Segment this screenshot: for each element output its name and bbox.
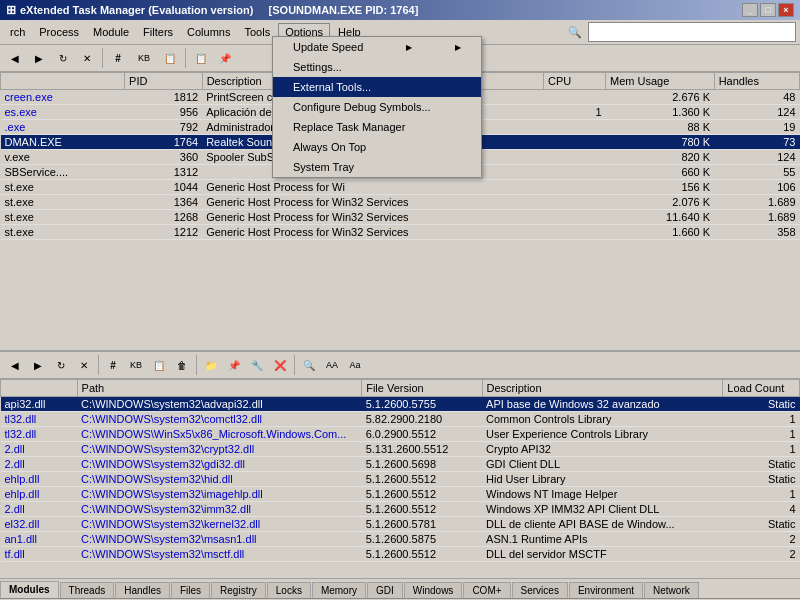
menu-tools[interactable]: Tools [238, 24, 276, 40]
toolbar-back-btn[interactable]: ◀ [4, 47, 26, 69]
table-row[interactable]: api32.dll C:\WINDOWS\system32\advapi32.d… [1, 397, 800, 412]
bottom-tb-btn5[interactable]: 📋 [148, 354, 170, 376]
tab-registry[interactable]: Registry [211, 582, 266, 598]
menu-item-settings[interactable]: Settings... [273, 57, 481, 77]
module-desc: DLL de cliente API BASE de Window... [482, 517, 723, 532]
tab-environment[interactable]: Environment [569, 582, 643, 598]
menu-module[interactable]: Module [87, 24, 135, 40]
process-mem: 88 K [606, 120, 715, 135]
tab-threads[interactable]: Threads [60, 582, 115, 598]
process-mem: 660 K [606, 165, 715, 180]
process-handles: 358 [714, 225, 799, 240]
maximize-button[interactable]: □ [760, 3, 776, 17]
process-mem: 780 K [606, 135, 715, 150]
toolbar-btn3[interactable]: 📋 [159, 47, 181, 69]
tab-services[interactable]: Services [512, 582, 568, 598]
bottom-tb-search[interactable]: 🔍 [298, 354, 320, 376]
menu-filters[interactable]: Filters [137, 24, 179, 40]
tab-memory[interactable]: Memory [312, 582, 366, 598]
table-row[interactable]: tl32.dll C:\WINDOWS\system32\comctl32.dl… [1, 412, 800, 427]
options-dropdown-menu[interactable]: Update Speed▶Settings...External Tools..… [272, 36, 482, 178]
col-module-path[interactable]: Path [77, 380, 362, 397]
bottom-tb-btn1[interactable]: ◀ [4, 354, 26, 376]
table-row[interactable]: el32.dll C:\WINDOWS\system32\kernel32.dl… [1, 517, 800, 532]
table-row[interactable]: tl32.dll C:\WINDOWS\WinSx5\x86_Microsoft… [1, 427, 800, 442]
bottom-tb-btn7[interactable]: 📁 [200, 354, 222, 376]
module-name: 2.dll [1, 502, 78, 517]
table-row[interactable]: st.exe 1044 Generic Host Process for Wi … [1, 180, 800, 195]
table-row[interactable]: 2.dll C:\WINDOWS\system32\imm32.dll 5.1.… [1, 502, 800, 517]
tab-windows[interactable]: Windows [404, 582, 463, 598]
toolbar-stop-btn[interactable]: ✕ [76, 47, 98, 69]
module-version: 5.1.2600.5698 [362, 457, 482, 472]
bottom-tb-btn3[interactable]: ↻ [50, 354, 72, 376]
table-row[interactable]: 2.dll C:\WINDOWS\system32\gdi32.dll 5.1.… [1, 457, 800, 472]
menu-columns[interactable]: Columns [181, 24, 236, 40]
col-module-name[interactable] [1, 380, 78, 397]
menu-item-update-speed[interactable]: Update Speed▶ [273, 37, 481, 57]
tab-gdi[interactable]: GDI [367, 582, 403, 598]
toolbar-kb-btn[interactable]: KB [131, 47, 157, 69]
bottom-tb-btn6[interactable]: 🗑 [171, 354, 193, 376]
tab-locks[interactable]: Locks [267, 582, 311, 598]
bottom-tb-btn8[interactable]: 📌 [223, 354, 245, 376]
bottom-tb-btn2[interactable]: ▶ [27, 354, 49, 376]
bottom-tb-hash[interactable]: # [102, 354, 124, 376]
bottom-tb-btn4[interactable]: ✕ [73, 354, 95, 376]
search-input[interactable] [588, 22, 796, 42]
toolbar-paste-btn[interactable]: 📌 [214, 47, 236, 69]
close-button[interactable]: × [778, 3, 794, 17]
table-row[interactable]: ehlp.dll C:\WINDOWS\system32\imagehlp.dl… [1, 487, 800, 502]
col-header-mem[interactable]: Mem Usage [606, 73, 715, 90]
process-pid: 360 [125, 150, 203, 165]
col-header-handles[interactable]: Handles [714, 73, 799, 90]
toolbar-forward-btn[interactable]: ▶ [28, 47, 50, 69]
table-row[interactable]: st.exe 1268 Generic Host Process for Win… [1, 210, 800, 225]
tab-files[interactable]: Files [171, 582, 210, 598]
toolbar-refresh-btn[interactable]: ↻ [52, 47, 74, 69]
col-header-cpu[interactable]: CPU [543, 73, 605, 90]
table-row[interactable]: an1.dll C:\WINDOWS\system32\msasn1.dll 5… [1, 532, 800, 547]
tab-com-plus[interactable]: COM+ [463, 582, 510, 598]
module-desc: ASN.1 Runtime APIs [482, 532, 723, 547]
process-pid: 1364 [125, 195, 203, 210]
bottom-tb-aa[interactable]: AA [321, 354, 343, 376]
col-module-desc[interactable]: Description [482, 380, 723, 397]
menu-item-external-tools[interactable]: External Tools... [273, 77, 481, 97]
menu-item-configure-debug[interactable]: Configure Debug Symbols... [273, 97, 481, 117]
table-row[interactable]: st.exe 1212 Generic Host Process for Win… [1, 225, 800, 240]
table-row[interactable]: ehlp.dll C:\WINDOWS\system32\hid.dll 5.1… [1, 472, 800, 487]
menu-item-always-on-top[interactable]: Always On Top [273, 137, 481, 157]
col-module-version[interactable]: File Version [362, 380, 482, 397]
minimize-button[interactable]: _ [742, 3, 758, 17]
bottom-tb-aa2[interactable]: Aa [344, 354, 366, 376]
menu-process[interactable]: Process [33, 24, 85, 40]
tab-handles[interactable]: Handles [115, 582, 170, 598]
process-pid: 1044 [125, 180, 203, 195]
toolbar-hash-btn[interactable]: # [107, 47, 129, 69]
menu-rch[interactable]: rch [4, 24, 31, 40]
tab-modules[interactable]: Modules [0, 581, 59, 598]
process-desc: Generic Host Process for Win32 Services [202, 225, 543, 240]
menu-item-system-tray[interactable]: System Tray [273, 157, 481, 177]
process-cpu [543, 150, 605, 165]
module-load: 1 [723, 487, 800, 502]
process-mem: 11.640 K [606, 210, 715, 225]
col-header-name[interactable] [1, 73, 125, 90]
table-row[interactable]: st.exe 1364 Generic Host Process for Win… [1, 195, 800, 210]
toolbar-copy-btn[interactable]: 📋 [190, 47, 212, 69]
sep2 [185, 48, 186, 68]
col-module-load[interactable]: Load Count [723, 380, 800, 397]
tab-network[interactable]: Network [644, 582, 699, 598]
bottom-tb-btn9[interactable]: 🔧 [246, 354, 268, 376]
table-row[interactable]: 2.dll C:\WINDOWS\system32\crypt32.dll 5.… [1, 442, 800, 457]
bottom-tb-kb[interactable]: KB [125, 354, 147, 376]
process-name: DMAN.EXE [1, 135, 125, 150]
process-name: st.exe [1, 210, 125, 225]
bottom-tb-btn10[interactable]: ❌ [269, 354, 291, 376]
process-mem: 2.676 K [606, 90, 715, 105]
module-path: C:\WINDOWS\system32\advapi32.dll [77, 397, 362, 412]
table-row[interactable]: tf.dll C:\WINDOWS\system32\msctf.dll 5.1… [1, 547, 800, 562]
menu-item-replace-task-manager[interactable]: Replace Task Manager [273, 117, 481, 137]
col-header-pid[interactable]: PID [125, 73, 203, 90]
